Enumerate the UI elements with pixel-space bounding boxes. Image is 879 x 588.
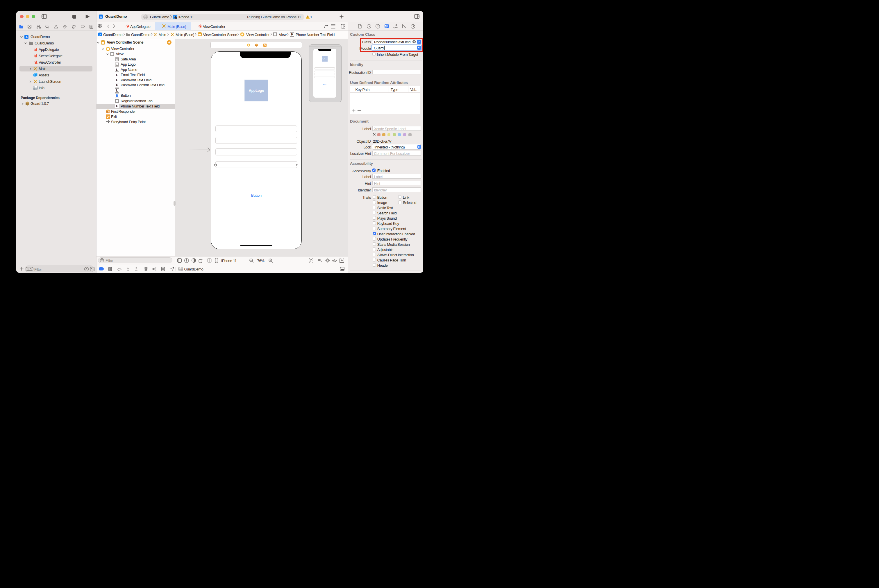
svg-text:A: A bbox=[26, 35, 28, 38]
svg-text:?: ? bbox=[377, 25, 379, 28]
svg-text:A: A bbox=[100, 15, 102, 18]
